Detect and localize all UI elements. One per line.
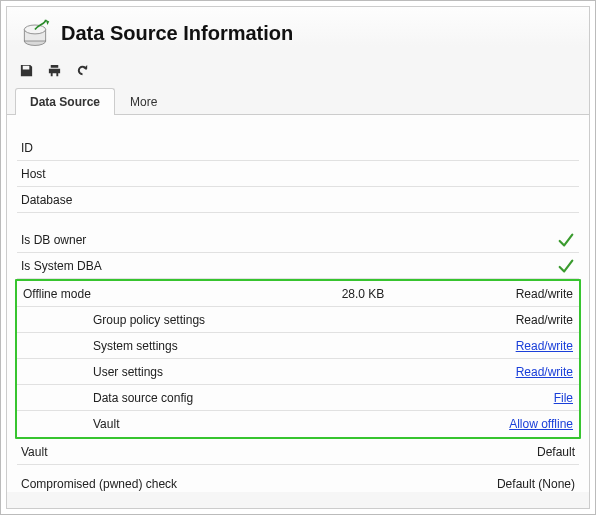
row-database: Database — [17, 187, 579, 213]
row-offline-user-settings: User settings Read/write — [17, 359, 579, 385]
id-label: ID — [21, 141, 241, 155]
offline-sub-label: User settings — [23, 365, 243, 379]
database-label: Database — [21, 193, 241, 207]
row-offline-mode: Offline mode 28.0 KB Read/write — [17, 281, 579, 307]
vault-label: Vault — [21, 445, 241, 459]
offline-sub-label: Data source config — [23, 391, 243, 405]
content-area: ID Host Database Is DB owner Is System — [7, 115, 589, 492]
row-offline-system-settings: System settings Read/write — [17, 333, 579, 359]
checkmark-icon — [485, 231, 575, 249]
offline-sub-label: Group policy settings — [23, 313, 243, 327]
row-pwned-check: Compromised (pwned) check Default (None) — [17, 471, 579, 492]
print-icon[interactable] — [45, 61, 63, 79]
offline-sub-value: Read/write — [516, 313, 573, 327]
row-offline-vault: Vault Allow offline — [17, 411, 579, 437]
toolbar — [7, 55, 589, 87]
row-host: Host — [17, 161, 579, 187]
offline-sub-link[interactable]: Read/write — [516, 339, 573, 353]
refresh-icon[interactable] — [73, 61, 91, 79]
pwned-value: Default (None) — [485, 477, 575, 491]
row-id: ID — [17, 135, 579, 161]
offline-mode-value: Read/write — [483, 287, 573, 301]
offline-sub-link[interactable]: Allow offline — [509, 417, 573, 431]
offline-sub-label: System settings — [23, 339, 243, 353]
app-logo-icon — [17, 15, 53, 51]
is-system-dba-label: Is System DBA — [21, 259, 241, 273]
checkmark-icon — [485, 257, 575, 275]
offline-mode-highlight: Offline mode 28.0 KB Read/write Group po… — [15, 279, 581, 439]
tab-bar: Data Source More — [7, 87, 589, 115]
row-vault: Vault Default — [17, 439, 579, 465]
offline-sub-link[interactable]: Read/write — [516, 365, 573, 379]
row-offline-data-source-config: Data source config File — [17, 385, 579, 411]
tab-data-source[interactable]: Data Source — [15, 88, 115, 115]
panel: Data Source Information Data Source More… — [6, 6, 590, 509]
offline-sub-link[interactable]: File — [554, 391, 573, 405]
pwned-label: Compromised (pwned) check — [21, 477, 261, 491]
window-frame: Data Source Information Data Source More… — [0, 0, 596, 515]
is-db-owner-label: Is DB owner — [21, 233, 241, 247]
row-offline-group-policy: Group policy settings Read/write — [17, 307, 579, 333]
vault-value: Default — [485, 445, 575, 459]
row-is-system-dba: Is System DBA — [17, 253, 579, 279]
offline-sub-label: Vault — [23, 417, 243, 431]
host-label: Host — [21, 167, 241, 181]
header: Data Source Information — [7, 7, 589, 55]
save-icon[interactable] — [17, 61, 35, 79]
row-is-db-owner: Is DB owner — [17, 227, 579, 253]
tab-more[interactable]: More — [115, 88, 172, 115]
page-title: Data Source Information — [61, 22, 293, 45]
offline-mode-label: Offline mode — [23, 287, 243, 301]
offline-mode-size: 28.0 KB — [243, 287, 483, 301]
